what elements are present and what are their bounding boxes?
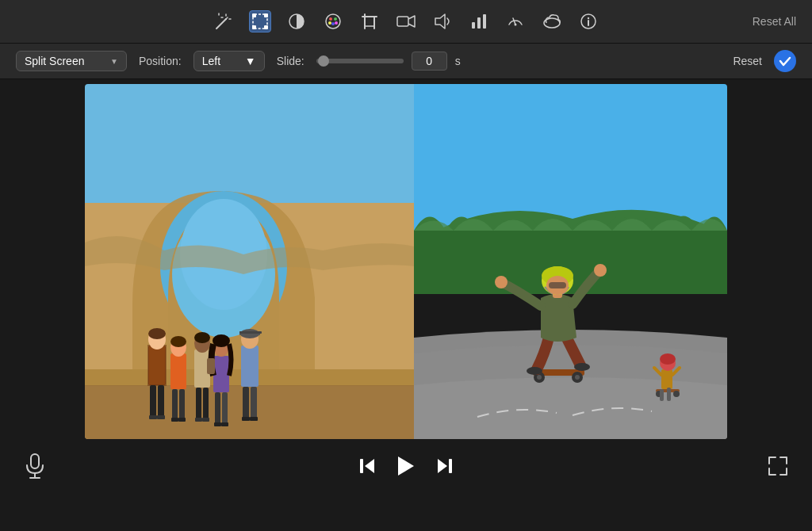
svg-rect-78 — [239, 331, 262, 334]
svg-rect-24 — [397, 17, 408, 26]
cloud-icon[interactable] — [541, 10, 563, 32]
playback-bar — [0, 444, 812, 491]
svg-rect-51 — [157, 415, 165, 419]
video-area — [0, 79, 812, 444]
svg-rect-79 — [243, 387, 249, 418]
svg-line-0 — [216, 19, 226, 29]
color-balance-icon[interactable] — [285, 10, 308, 32]
svg-rect-21 — [365, 17, 374, 26]
svg-rect-70 — [215, 392, 220, 424]
top-toolbar: Reset All — [0, 0, 812, 44]
confirm-button[interactable] — [774, 50, 796, 72]
skip-back-button[interactable] — [357, 456, 377, 479]
svg-marker-25 — [435, 14, 445, 29]
slide-container: 0 s — [316, 52, 461, 71]
svg-point-18 — [335, 21, 338, 25]
svg-point-16 — [331, 22, 335, 25]
svg-rect-114 — [360, 459, 363, 473]
slide-unit: s — [455, 55, 461, 67]
reset-all-button[interactable]: Reset All — [753, 15, 796, 28]
svg-rect-58 — [178, 418, 186, 422]
svg-point-94 — [594, 264, 607, 277]
position-dropdown-chevron: ▼ — [245, 55, 256, 67]
left-scene-svg — [85, 84, 414, 439]
svg-rect-64 — [195, 418, 202, 422]
svg-point-34 — [588, 17, 589, 19]
svg-rect-52 — [170, 353, 186, 389]
slide-track[interactable] — [316, 59, 404, 63]
svg-point-17 — [328, 21, 331, 25]
svg-point-61 — [194, 332, 210, 343]
svg-rect-99 — [549, 282, 566, 288]
svg-rect-50 — [149, 415, 157, 419]
effect-value: Split Screen — [25, 55, 84, 67]
play-button[interactable] — [393, 453, 419, 482]
svg-rect-103 — [661, 369, 672, 389]
reset-button[interactable]: Reset — [733, 55, 762, 67]
svg-rect-57 — [171, 418, 178, 422]
svg-rect-8 — [252, 13, 256, 17]
svg-point-107 — [660, 353, 676, 365]
svg-point-30 — [515, 24, 517, 26]
svg-rect-110 — [31, 454, 39, 468]
svg-rect-28 — [483, 14, 486, 29]
svg-point-4 — [225, 18, 227, 20]
svg-point-90 — [575, 375, 580, 380]
svg-marker-116 — [438, 459, 447, 473]
video-camera-icon[interactable] — [395, 10, 417, 32]
video-right-panel — [414, 84, 727, 439]
playback-controls — [357, 453, 455, 482]
svg-rect-26 — [472, 22, 475, 29]
svg-rect-117 — [449, 459, 452, 473]
transform-icon[interactable] — [249, 10, 271, 32]
info-icon[interactable] — [577, 10, 599, 32]
svg-rect-63 — [203, 388, 209, 419]
svg-rect-11 — [264, 25, 268, 29]
palette-icon[interactable] — [322, 10, 344, 32]
skip-forward-button[interactable] — [435, 456, 455, 479]
svg-point-13 — [326, 14, 340, 29]
right-scene-svg — [414, 84, 727, 439]
svg-rect-56 — [179, 389, 185, 419]
position-value: Left — [202, 55, 220, 67]
svg-rect-82 — [250, 417, 258, 421]
svg-point-15 — [334, 17, 337, 21]
svg-rect-27 — [477, 17, 481, 29]
svg-rect-49 — [158, 385, 164, 417]
svg-marker-115 — [398, 457, 414, 476]
slide-label: Slide: — [277, 55, 304, 67]
svg-point-47 — [148, 328, 166, 339]
position-dropdown[interactable]: Left ▼ — [193, 51, 265, 71]
slide-value-input[interactable]: 0 — [412, 52, 447, 71]
svg-rect-44 — [148, 346, 166, 385]
svg-point-102 — [673, 391, 680, 397]
svg-rect-105 — [667, 388, 671, 401]
microphone-button[interactable] — [24, 453, 46, 483]
svg-rect-71 — [222, 392, 228, 424]
svg-rect-69 — [207, 358, 215, 374]
svg-rect-73 — [221, 422, 228, 426]
effect-dropdown-chevron: ▼ — [110, 57, 118, 66]
bar-chart-icon[interactable] — [468, 10, 490, 32]
audio-icon[interactable] — [431, 10, 454, 32]
svg-point-92 — [574, 363, 590, 371]
svg-rect-62 — [196, 388, 201, 419]
effect-dropdown[interactable]: Split Screen ▼ — [16, 51, 127, 71]
fullscreen-button[interactable] — [768, 456, 788, 479]
crop-icon[interactable] — [358, 10, 381, 32]
svg-point-54 — [170, 336, 186, 347]
video-canvas — [85, 84, 727, 439]
svg-point-91 — [527, 367, 542, 375]
svg-rect-74 — [241, 346, 259, 387]
slide-thumb[interactable] — [318, 55, 329, 67]
speed-gauge-icon[interactable] — [504, 10, 527, 32]
svg-rect-72 — [214, 422, 221, 426]
svg-rect-81 — [242, 417, 250, 421]
svg-rect-80 — [251, 387, 257, 418]
position-label: Position: — [139, 55, 182, 67]
svg-point-14 — [329, 17, 332, 21]
svg-rect-48 — [150, 385, 156, 417]
svg-point-93 — [495, 276, 508, 288]
magic-wand-icon[interactable] — [213, 10, 235, 32]
video-left-panel — [85, 84, 414, 439]
